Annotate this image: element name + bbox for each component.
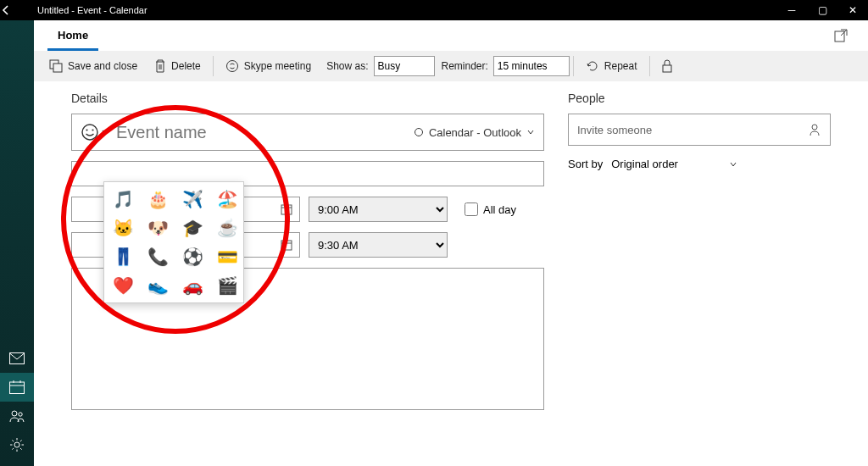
all-day-checkbox[interactable]: All day [465, 202, 516, 216]
sort-by-label: Sort by [568, 158, 603, 170]
reminder-label: Reminder: [442, 60, 488, 72]
maximize-button[interactable]: ▢ [807, 4, 837, 16]
svg-point-24 [415, 129, 422, 136]
svg-point-21 [82, 125, 97, 140]
calendar-small-icon [281, 239, 292, 251]
minimize-button[interactable]: ─ [776, 4, 807, 16]
emoji-popup: 🎵 🎂 ✈️ 🏖️ 🐱 🐶 🎓 ☕ 👖 📞 ⚽ 💳 ❤️ 👟 🚗 🎬 [103, 181, 244, 303]
end-time-select[interactable]: 9:30 AM [309, 232, 448, 258]
all-day-label: All day [483, 203, 516, 216]
emoji-jeans-icon[interactable]: 👖 [113, 248, 134, 265]
delete-label: Delete [171, 60, 201, 72]
back-button[interactable] [0, 4, 34, 16]
emoji-shoe-icon[interactable]: 👟 [147, 277, 169, 294]
svg-point-23 [92, 129, 93, 130]
all-day-input[interactable] [465, 202, 478, 216]
repeat-label: Repeat [604, 60, 637, 72]
calendar-select[interactable]: Calendar - Outlook [414, 126, 535, 139]
svg-rect-27 [281, 241, 292, 250]
chevron-down-icon [101, 128, 109, 136]
svg-point-7 [14, 442, 19, 447]
svg-rect-1 [10, 382, 25, 394]
tab-home[interactable]: Home [47, 20, 98, 51]
emoji-graduation-icon[interactable]: 🎓 [182, 219, 203, 236]
tabbar: Home [34, 20, 868, 51]
people-heading: People [568, 92, 831, 105]
people-icon[interactable] [0, 402, 34, 430]
emoji-beach-icon[interactable]: 🏖️ [217, 191, 238, 208]
svg-rect-16 [835, 31, 844, 42]
skype-meeting-button[interactable]: Skype meeting [217, 51, 320, 81]
repeat-button[interactable]: Repeat [577, 51, 646, 81]
calendar-small-icon [281, 203, 292, 215]
svg-rect-18 [53, 64, 62, 72]
people-column: People Invite someone Sort by Original o… [568, 92, 831, 456]
emoji-picker-button[interactable] [81, 123, 109, 141]
lock-icon [662, 59, 672, 73]
calendar-icon[interactable] [0, 373, 34, 402]
left-rail [0, 20, 34, 466]
smiley-icon [81, 123, 99, 141]
private-button[interactable] [654, 51, 681, 81]
emoji-car-icon[interactable]: 🚗 [182, 277, 203, 294]
emoji-clapper-icon[interactable]: 🎬 [217, 277, 238, 294]
circle-icon [414, 127, 424, 137]
details-heading: Details [71, 92, 544, 105]
start-time-select[interactable]: 9:00 AM [309, 197, 448, 222]
skype-meeting-label: Skype meeting [244, 60, 311, 72]
chevron-down-icon [729, 160, 737, 169]
show-as-select[interactable] [374, 56, 435, 76]
delete-button[interactable]: Delete [146, 51, 209, 81]
emoji-airplane-icon[interactable]: ✈️ [182, 191, 203, 208]
svg-rect-20 [663, 65, 671, 72]
reminder-select[interactable] [493, 56, 570, 76]
svg-line-12 [12, 440, 14, 441]
invite-input[interactable]: Invite someone [568, 114, 831, 146]
save-and-close-label: Save and close [68, 60, 137, 72]
svg-line-14 [12, 448, 14, 450]
event-name-input[interactable] [116, 123, 407, 142]
emoji-heart-icon[interactable]: ❤️ [113, 277, 134, 294]
sort-by-select[interactable]: Original order [611, 158, 737, 170]
svg-point-6 [19, 413, 22, 416]
svg-point-29 [812, 125, 817, 130]
emoji-phone-icon[interactable]: 📞 [147, 248, 169, 265]
svg-line-15 [20, 440, 22, 441]
svg-point-19 [226, 61, 237, 72]
emoji-dog-icon[interactable]: 🐶 [147, 219, 169, 236]
window-title: Untitled - Event - Calendar [34, 5, 776, 15]
emoji-cat-icon[interactable]: 🐱 [113, 219, 134, 236]
emoji-music-icon[interactable]: 🎵 [113, 191, 134, 208]
close-button[interactable]: ✕ [837, 4, 868, 16]
mail-icon[interactable] [0, 344, 34, 373]
titlebar: Untitled - Event - Calendar ─ ▢ ✕ [0, 0, 868, 20]
svg-point-5 [12, 411, 17, 416]
svg-point-22 [86, 129, 87, 130]
save-icon [49, 59, 63, 73]
repeat-icon [586, 59, 599, 73]
trash-icon [154, 59, 166, 73]
main-region: Home Save and close Delete Skype meeting… [34, 20, 868, 466]
window-controls: ─ ▢ ✕ [776, 4, 868, 16]
show-as-label: Show as: [326, 60, 368, 72]
emoji-card-icon[interactable]: 💳 [217, 248, 238, 265]
svg-rect-0 [10, 353, 25, 364]
chevron-down-icon [526, 128, 535, 136]
save-and-close-button[interactable]: Save and close [41, 51, 146, 81]
ribbon: Save and close Delete Skype meeting Show… [34, 51, 868, 81]
emoji-coffee-icon[interactable]: ☕ [217, 219, 238, 236]
popout-icon[interactable] [827, 29, 854, 42]
svg-rect-25 [281, 205, 292, 214]
event-name-row: Calendar - Outlook [71, 114, 544, 151]
svg-line-13 [20, 448, 22, 450]
sort-by-row: Sort by Original order [568, 158, 831, 170]
calendar-label: Calendar - Outlook [429, 126, 521, 139]
sort-by-value: Original order [611, 158, 678, 170]
settings-icon[interactable] [0, 430, 34, 459]
person-icon [808, 123, 821, 136]
invite-placeholder: Invite someone [577, 124, 652, 136]
skype-icon [225, 59, 239, 73]
emoji-cake-icon[interactable]: 🎂 [147, 191, 169, 208]
emoji-soccer-icon[interactable]: ⚽ [182, 248, 203, 265]
